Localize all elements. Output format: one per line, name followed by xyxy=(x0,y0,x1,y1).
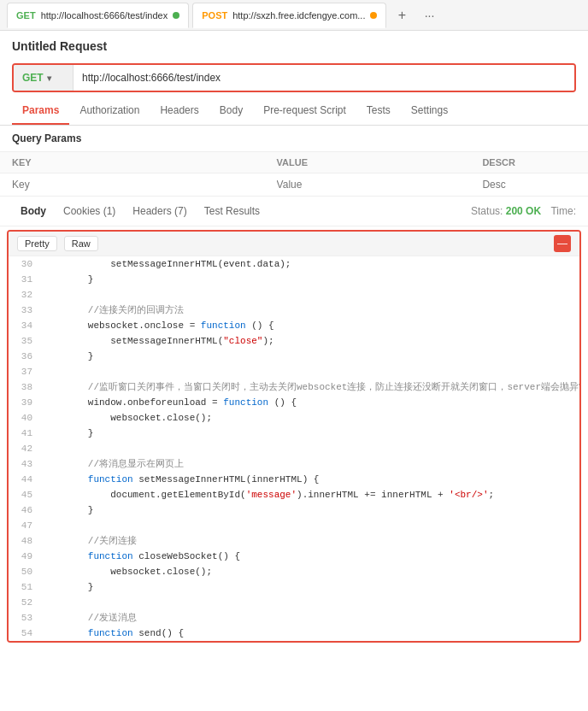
tab-post-dot xyxy=(370,12,377,19)
code-line-53: 53 //发送消息 xyxy=(9,610,579,626)
tab-get-dot xyxy=(173,12,179,19)
query-params-title: Query Params xyxy=(0,126,588,151)
tab-authorization[interactable]: Authorization xyxy=(69,97,150,125)
code-line-45: 45 document.getElementById('message').in… xyxy=(9,487,579,502)
status-label: Status: xyxy=(471,205,503,217)
code-line-49: 49 function closeWebSocket() { xyxy=(9,549,579,564)
add-tab-button[interactable]: + xyxy=(390,3,414,27)
code-line-47: 47 xyxy=(9,518,579,533)
code-line-51: 51 } xyxy=(9,579,579,595)
col-desc-header: DESCR xyxy=(470,152,588,173)
tab-prerequest[interactable]: Pre-request Script xyxy=(253,97,356,125)
key-input[interactable] xyxy=(12,179,253,191)
request-title: Untitled Request xyxy=(0,31,588,58)
code-line-35: 35 setMessageInnerHTML("close"); xyxy=(9,333,579,349)
status-value: 200 OK xyxy=(506,205,541,217)
code-line-31: 31 } xyxy=(9,272,579,287)
code-line-32: 32 xyxy=(9,287,579,303)
method-label: GET xyxy=(22,72,44,84)
tab-get-url: http://localhost:6666/test/index xyxy=(41,10,168,21)
code-line-30: 30 setMessageInnerHTML(event.data); xyxy=(9,256,579,272)
value-input[interactable] xyxy=(277,179,459,191)
tab-get-method: GET xyxy=(16,10,36,21)
tab-post[interactable]: POST http://sxzh.free.idcfengye.com... xyxy=(192,3,386,28)
tab-body[interactable]: Body xyxy=(209,97,253,125)
code-line-41: 41 } xyxy=(9,426,579,441)
tab-post-url: http://sxzh.free.idcfengye.com... xyxy=(232,10,365,21)
more-tabs-button[interactable]: ··· xyxy=(417,3,441,27)
tab-post-method: POST xyxy=(202,10,227,21)
resp-tab-headers[interactable]: Headers (7) xyxy=(124,202,195,220)
tab-tests[interactable]: Tests xyxy=(356,97,401,125)
params-table: KEY VALUE DESCR xyxy=(0,151,588,197)
code-line-37: 37 xyxy=(9,364,579,379)
code-line-40: 40 websocket.close(); xyxy=(9,410,579,426)
pretty-btn[interactable]: Pretty xyxy=(17,236,57,251)
response-tabs-bar: Body Cookies (1) Headers (7) Test Result… xyxy=(0,197,588,226)
col-key-header: KEY xyxy=(0,152,265,173)
response-status: Status: 200 OK Time: xyxy=(471,205,576,217)
code-line-54: 54 function send() { xyxy=(9,626,579,641)
code-line-39: 39 window.onbeforeunload = function () { xyxy=(9,395,579,410)
code-panel-header: Pretty Raw — xyxy=(9,232,579,256)
code-area[interactable]: 30 setMessageInnerHTML(event.data); 31 }… xyxy=(9,256,579,641)
time-label: Time: xyxy=(550,205,576,217)
code-line-38: 38 //监听窗口关闭事件，当窗口关闭时，主动去关闭websocket连接，防止… xyxy=(9,379,579,395)
code-line-42: 42 xyxy=(9,441,579,456)
method-chevron-icon: ▾ xyxy=(47,73,51,83)
code-line-43: 43 //将消息显示在网页上 xyxy=(9,456,579,472)
tab-params[interactable]: Params xyxy=(12,97,69,125)
code-line-46: 46 } xyxy=(9,502,579,518)
code-line-34: 34 websocket.onclose = function () { xyxy=(9,318,579,333)
tab-headers[interactable]: Headers xyxy=(150,97,209,125)
tab-get[interactable]: GET http://localhost:6666/test/index xyxy=(7,3,189,28)
code-line-48: 48 //关闭连接 xyxy=(9,533,579,549)
resp-tab-cookies[interactable]: Cookies (1) xyxy=(55,202,124,220)
table-row xyxy=(0,173,588,197)
tab-bar: GET http://localhost:6666/test/index POS… xyxy=(0,0,588,31)
code-line-52: 52 xyxy=(9,595,579,610)
panel-tools: — xyxy=(554,235,571,252)
raw-btn[interactable]: Raw xyxy=(64,236,98,251)
resp-tab-test-results[interactable]: Test Results xyxy=(196,202,268,220)
resp-tab-body[interactable]: Body xyxy=(12,202,55,220)
code-line-44: 44 function setMessageInnerHTML(innerHTM… xyxy=(9,472,579,487)
desc-input[interactable] xyxy=(482,179,576,191)
code-line-36: 36 } xyxy=(9,349,579,364)
tab-settings[interactable]: Settings xyxy=(401,97,458,125)
method-selector[interactable]: GET ▾ xyxy=(14,65,74,91)
url-input[interactable] xyxy=(74,65,574,91)
code-line-33: 33 //连接关闭的回调方法 xyxy=(9,303,579,318)
code-line-50: 50 websocket.close(); xyxy=(9,564,579,579)
url-bar: GET ▾ xyxy=(12,63,576,92)
code-panel: Pretty Raw — 30 setMessageInnerHTML(even… xyxy=(7,230,581,643)
col-value-header: VALUE xyxy=(265,152,471,173)
minimize-btn[interactable]: — xyxy=(554,235,571,252)
nav-tabs: Params Authorization Headers Body Pre-re… xyxy=(0,97,588,126)
